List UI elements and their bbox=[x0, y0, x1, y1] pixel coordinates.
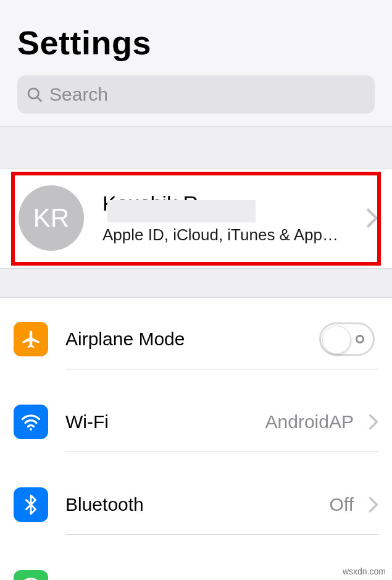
svg-line-1 bbox=[38, 98, 41, 101]
redaction-overlay bbox=[107, 200, 256, 222]
cellular-row[interactable]: Cellular bbox=[0, 546, 392, 580]
chevron-right-icon bbox=[369, 413, 378, 431]
apple-id-row[interactable]: KR Koushik R Apple ID, iCloud, iTunes & … bbox=[0, 169, 392, 268]
airplane-mode-label: Airplane Mode bbox=[65, 329, 319, 350]
search-icon bbox=[26, 86, 43, 103]
wifi-value: AndroidAP bbox=[265, 411, 354, 432]
profile-subtitle: Apple ID, iCloud, iTunes & App… bbox=[102, 225, 360, 245]
airplane-icon bbox=[14, 322, 48, 356]
wifi-label: Wi-Fi bbox=[65, 411, 265, 432]
section-gap bbox=[0, 268, 392, 298]
cellular-label: Cellular bbox=[65, 577, 362, 580]
search-placeholder: Search bbox=[49, 84, 108, 105]
profile-texts: Koushik R Apple ID, iCloud, iTunes & App… bbox=[102, 191, 360, 245]
avatar: KR bbox=[19, 185, 84, 251]
chevron-right-icon bbox=[369, 496, 378, 513]
settings-list: Airplane Mode Wi-Fi AndroidAP bbox=[0, 298, 392, 580]
apple-id-section: KR Koushik R Apple ID, iCloud, iTunes & … bbox=[0, 169, 392, 268]
cellular-icon bbox=[14, 570, 48, 580]
bluetooth-icon bbox=[14, 487, 48, 522]
bluetooth-row[interactable]: Bluetooth Off bbox=[0, 463, 392, 546]
svg-point-2 bbox=[30, 428, 32, 431]
page-title: Settings bbox=[17, 23, 375, 62]
section-gap bbox=[0, 126, 392, 169]
chevron-right-icon bbox=[366, 208, 378, 229]
airplane-mode-row[interactable]: Airplane Mode bbox=[0, 298, 392, 380]
bluetooth-label: Bluetooth bbox=[65, 494, 330, 515]
search-input[interactable]: Search bbox=[17, 75, 375, 114]
watermark: wsxdn.com bbox=[343, 566, 386, 576]
wifi-row[interactable]: Wi-Fi AndroidAP bbox=[0, 380, 392, 463]
settings-header: Settings Search bbox=[0, 0, 392, 126]
wifi-icon bbox=[14, 405, 48, 439]
bluetooth-value: Off bbox=[330, 494, 354, 515]
profile-name: Koushik R bbox=[102, 191, 198, 216]
airplane-mode-toggle[interactable] bbox=[319, 322, 375, 356]
